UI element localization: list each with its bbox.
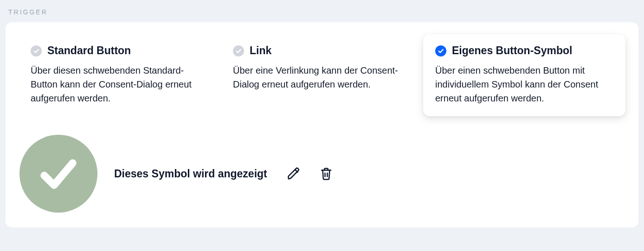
symbol-actions <box>284 164 336 183</box>
symbol-preview-image <box>19 135 97 213</box>
option-standard-button[interactable]: Standard Button Über diesen schwebenden … <box>19 34 221 116</box>
radio-checked-icon <box>435 45 446 56</box>
delete-button[interactable] <box>316 164 336 183</box>
trigger-panel: Standard Button Über diesen schwebenden … <box>6 22 638 227</box>
option-title: Eigenes Button-Symbol <box>452 44 572 57</box>
symbol-caption: Dieses Symbol wird angezeigt <box>114 168 267 180</box>
option-header: Standard Button <box>31 44 209 57</box>
option-description: Über diesen schwebenden Standard-Button … <box>31 63 209 105</box>
option-description: Über einen schwebenden Button mit indivi… <box>435 63 613 105</box>
symbol-preview-row: Dieses Symbol wird angezeigt <box>19 135 625 213</box>
option-description: Über eine Verlinkung kann der Consent-Di… <box>233 63 411 91</box>
option-header: Link <box>233 44 411 57</box>
options-row: Standard Button Über diesen schwebenden … <box>19 34 625 116</box>
option-title: Standard Button <box>47 44 131 57</box>
section-label: TRIGGER <box>0 0 644 22</box>
edit-button[interactable] <box>284 164 303 183</box>
radio-unchecked-icon <box>233 45 244 56</box>
option-link[interactable]: Link Über eine Verlinkung kann der Conse… <box>221 34 423 116</box>
pencil-icon <box>287 167 301 181</box>
option-title: Link <box>250 44 271 57</box>
option-custom-button-symbol[interactable]: Eigenes Button-Symbol Über einen schwebe… <box>423 34 625 116</box>
trash-icon <box>319 167 333 181</box>
radio-unchecked-icon <box>31 45 42 56</box>
option-header: Eigenes Button-Symbol <box>435 44 613 57</box>
